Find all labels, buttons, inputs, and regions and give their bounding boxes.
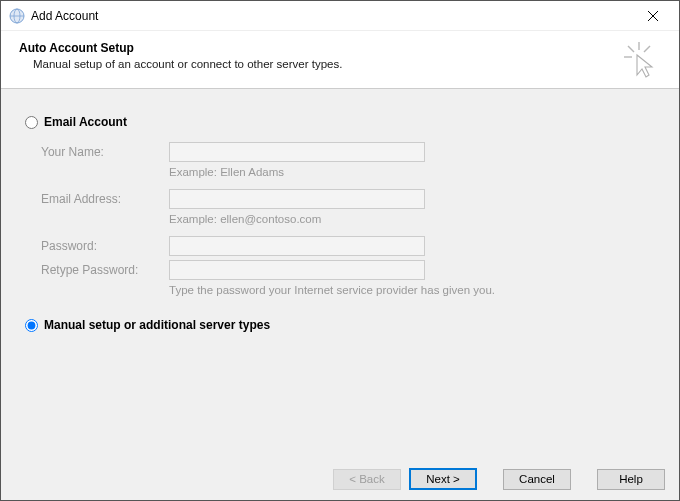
cursor-click-icon (617, 39, 657, 79)
retype-password-input (169, 260, 425, 280)
window-title: Add Account (31, 9, 98, 23)
help-button[interactable]: Help (597, 469, 665, 490)
password-input (169, 236, 425, 256)
radio-email-account[interactable]: Email Account (25, 115, 655, 129)
email-label: Email Address: (41, 192, 169, 206)
wizard-subheading: Manual setup of an account or connect to… (19, 58, 661, 70)
svg-line-8 (644, 46, 650, 52)
email-input (169, 189, 425, 209)
app-icon (9, 8, 25, 24)
radio-email-account-label: Email Account (44, 115, 127, 129)
next-button[interactable]: Next > (409, 468, 477, 490)
your-name-label: Your Name: (41, 145, 169, 159)
your-name-input (169, 142, 425, 162)
retype-password-label: Retype Password: (41, 263, 169, 277)
close-button[interactable] (633, 2, 673, 30)
radio-manual-setup[interactable]: Manual setup or additional server types (25, 318, 655, 332)
back-button: < Back (333, 469, 401, 490)
titlebar: Add Account (1, 1, 679, 31)
password-label: Password: (41, 239, 169, 253)
password-hint: Type the password your Internet service … (169, 283, 495, 296)
wizard-body: Email Account Your Name: Example: Ellen … (1, 89, 679, 459)
cancel-button[interactable]: Cancel (503, 469, 571, 490)
wizard-footer: < Back Next > Cancel Help (1, 458, 679, 500)
email-account-form: Your Name: Example: Ellen Adams Email Ad… (41, 141, 655, 296)
email-hint: Example: ellen@contoso.com (169, 212, 321, 225)
radio-manual-setup-label: Manual setup or additional server types (44, 318, 270, 332)
radio-email-account-input[interactable] (25, 116, 38, 129)
wizard-heading: Auto Account Setup (19, 41, 661, 55)
wizard-header: Auto Account Setup Manual setup of an ac… (1, 31, 679, 89)
svg-line-7 (628, 46, 634, 52)
your-name-hint: Example: Ellen Adams (169, 165, 284, 178)
radio-manual-setup-input[interactable] (25, 319, 38, 332)
